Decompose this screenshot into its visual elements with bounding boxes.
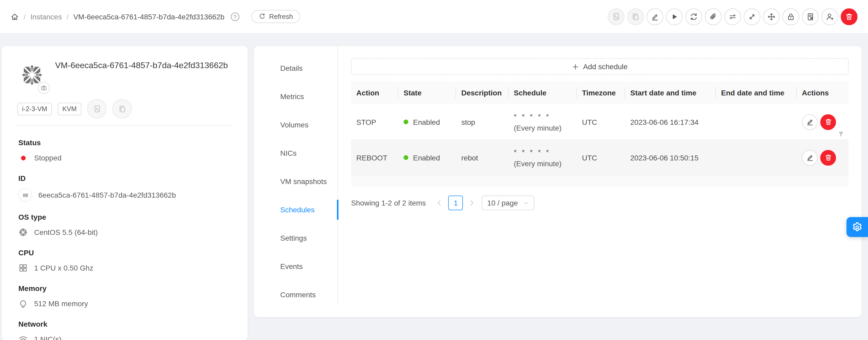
tab-metrics[interactable]: Metrics: [254, 82, 337, 111]
move-vm-button[interactable]: [763, 8, 780, 25]
prev-page-icon[interactable]: [436, 199, 443, 207]
attribute-value: CentOS 5.5 (64-bit): [34, 227, 98, 237]
camera-icon: [40, 84, 47, 91]
console-mini-button: [87, 99, 106, 118]
column-header[interactable]: Schedule: [508, 81, 577, 104]
divider: [17, 125, 233, 126]
column-header[interactable]: Actions: [797, 81, 848, 104]
attribute-section: CPU 1 CPU x 0.50 Ghz: [19, 248, 236, 273]
cell-actions: [797, 145, 848, 170]
add-schedule-button[interactable]: Add schedule: [351, 58, 848, 75]
attribute-label: Status: [19, 138, 236, 147]
attribute-value: 512 MB memory: [34, 299, 88, 309]
start-vm-button[interactable]: [666, 8, 683, 25]
schedules-panel: Add schedule Action State D: [351, 58, 848, 210]
assign: [806, 12, 814, 21]
copy-icon: [118, 105, 126, 113]
page-1-button[interactable]: 1: [448, 196, 463, 210]
delete-schedule-button[interactable]: [820, 150, 836, 165]
tab-vm-snapshots[interactable]: VM snapshots: [254, 167, 337, 196]
cpu-value: 1 CPU x 0.50 Ghz: [19, 263, 236, 273]
cell-state: Enabled: [398, 113, 456, 130]
attribute-value: 1 CPU x 0.50 Ghz: [34, 263, 93, 273]
tab-comments[interactable]: Comments: [254, 280, 337, 309]
plus-icon: [572, 63, 579, 70]
tab-events[interactable]: Events: [254, 252, 337, 280]
tab-label: Settings: [280, 234, 307, 242]
attribute-section: Status Stopped: [19, 138, 236, 163]
migrate-vm-button[interactable]: [744, 8, 761, 25]
tab-schedules[interactable]: Schedules: [254, 196, 337, 224]
page-header: / Instances / VM-6eeca5ca-6761-4857-b7da…: [0, 0, 868, 33]
attach-iso-button[interactable]: [705, 8, 721, 25]
cell-timezone: UTC: [577, 113, 625, 130]
filter-icon[interactable]: [838, 131, 844, 138]
app: / Instances / VM-6eeca5ca-6761-4857-b7da…: [0, 0, 868, 340]
edit-schedule-button[interactable]: [802, 114, 817, 130]
pencil-icon: [806, 118, 814, 126]
breadcrumb-separator: /: [24, 12, 26, 21]
attribute-label: CPU: [19, 248, 236, 257]
destroy-vm-button[interactable]: [841, 8, 858, 25]
schedules-table: Action State Description Schedule: [351, 81, 848, 186]
column-header[interactable]: Action: [351, 81, 398, 104]
home-icon[interactable]: [10, 12, 19, 21]
column-header[interactable]: Timezone: [577, 81, 625, 104]
tab-settings[interactable]: Settings: [254, 224, 337, 252]
attribute-label: OS type: [19, 213, 236, 221]
theme-settings-button[interactable]: [846, 217, 868, 237]
edit-schedule-button[interactable]: [802, 150, 817, 165]
assign-vm-button[interactable]: [802, 8, 819, 25]
cell-start: 2023-06-06 10:50:15: [625, 149, 716, 166]
column-header[interactable]: Description: [456, 81, 508, 104]
cell-actions: [797, 110, 848, 134]
attribute-label: Memory: [19, 284, 236, 293]
gear-icon: [852, 222, 863, 233]
tab-label: Events: [280, 262, 303, 271]
tab-label: Comments: [280, 291, 316, 299]
tab-details[interactable]: Details: [254, 54, 337, 82]
vm-tags: i-2-3-VM KVM: [17, 99, 132, 118]
play: [670, 12, 679, 21]
change-icon-camera-button[interactable]: [38, 82, 50, 94]
reinstall-vm-button[interactable]: [685, 8, 702, 25]
reset-password-button[interactable]: [782, 8, 799, 25]
vm-title: VM-6eeca5ca-6761-4857-b7da-4e2fd313662b: [55, 59, 234, 71]
status-value: Stopped: [19, 152, 236, 163]
copy-mini-button: [112, 99, 132, 118]
help-icon[interactable]: ?: [230, 12, 239, 21]
trash-icon: [824, 118, 832, 126]
console-button[interactable]: [608, 8, 624, 25]
attribute-section: OS type CentOS 5.5 (64-bit): [19, 213, 236, 238]
attribute-icon: [19, 188, 32, 202]
refresh-button[interactable]: Refresh: [251, 10, 300, 23]
attribute-label: ID: [19, 174, 236, 182]
add-schedule-label: Add schedule: [583, 62, 628, 71]
cell-end: [716, 118, 797, 126]
id-value: 6eeca5ca-6761-4857-b7da-4e2fd313662b: [19, 188, 236, 202]
attribute-icon: [19, 153, 28, 163]
breadcrumb: / Instances / VM-6eeca5ca-6761-4857-b7da…: [10, 10, 301, 23]
scale-vm-button[interactable]: [724, 8, 741, 25]
column-header[interactable]: Start date and time: [625, 81, 716, 104]
page-size-select[interactable]: 10 / page: [482, 196, 534, 210]
tab-nics[interactable]: NICs: [254, 139, 337, 167]
cell-action: STOP: [351, 113, 398, 130]
network-value: 1 NIC(s): [19, 334, 236, 340]
paperclip: [709, 12, 717, 21]
cell-description: rebot: [456, 149, 508, 166]
edit-button[interactable]: [647, 8, 663, 25]
trash: [845, 12, 853, 21]
tab-label: Details: [280, 64, 303, 72]
tab-volumes[interactable]: Volumes: [254, 111, 337, 139]
column-header[interactable]: End date and time: [716, 81, 797, 104]
breadcrumb-instances[interactable]: Instances: [30, 12, 62, 21]
copy-button[interactable]: [627, 8, 644, 25]
next-page-icon[interactable]: [468, 199, 476, 207]
add-user-button[interactable]: [821, 8, 838, 25]
attribute-value: Stopped: [34, 153, 61, 163]
attribute-section: ID 6eeca5ca-6761-4857-b7da-4e2fd313662b: [19, 174, 236, 202]
delete-schedule-button[interactable]: [820, 114, 836, 130]
useradd: [826, 12, 834, 21]
column-header[interactable]: State: [398, 81, 456, 104]
